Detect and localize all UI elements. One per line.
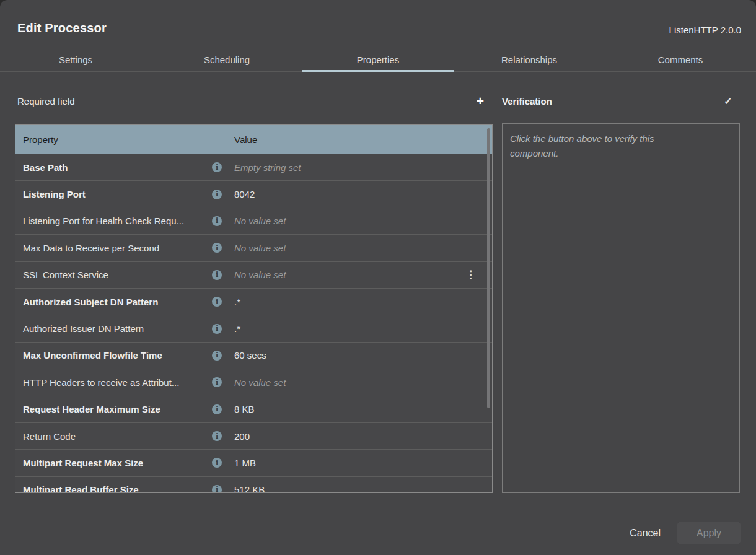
info-icon[interactable]: i — [212, 297, 222, 307]
dialog-title: Edit Processor — [17, 21, 107, 35]
table-row[interactable]: Request Header Maximum Size i 8 KB — [15, 396, 492, 423]
info-icon[interactable]: i — [212, 324, 222, 334]
table-row[interactable]: Max Data to Receive per Second i No valu… — [15, 235, 492, 261]
cancel-button[interactable]: Cancel — [630, 528, 661, 539]
edit-processor-dialog: Edit Processor ListenHTTP 2.0.0 Settings… — [0, 0, 756, 555]
property-value[interactable]: No value set — [234, 377, 286, 388]
tab-relationships[interactable]: Relationships — [454, 48, 605, 71]
verification-label: Verification — [502, 96, 552, 107]
property-value[interactable]: Empty string set — [234, 162, 301, 173]
tab-settings[interactable]: Settings — [0, 48, 151, 71]
info-icon[interactable]: i — [212, 458, 222, 468]
property-value[interactable]: .* — [234, 297, 240, 307]
properties-table-header: Property Value — [15, 125, 492, 154]
processor-type-version: ListenHTTP 2.0.0 — [669, 25, 741, 35]
property-value[interactable]: 1 MB — [234, 458, 256, 468]
table-scrollbar[interactable] — [487, 128, 490, 408]
property-value[interactable]: 8 KB — [234, 404, 255, 414]
property-value[interactable]: No value set — [234, 216, 286, 226]
column-header-property: Property — [15, 134, 234, 145]
plus-icon: + — [477, 94, 484, 108]
checkmark-icon: ✓ — [724, 95, 732, 108]
property-value[interactable]: No value set — [234, 243, 286, 253]
verification-message: Click the button above to verify this co… — [510, 131, 702, 161]
info-icon[interactable]: i — [212, 270, 222, 280]
property-value[interactable]: 8042 — [234, 189, 255, 199]
info-icon[interactable]: i — [212, 404, 222, 414]
verify-properties-button[interactable]: ✓ — [719, 92, 737, 110]
required-field-label: Required field — [17, 96, 75, 107]
info-icon[interactable]: i — [212, 351, 222, 361]
property-value[interactable]: No value set — [234, 269, 286, 280]
info-icon[interactable]: i — [212, 485, 222, 493]
tab-scheduling[interactable]: Scheduling — [151, 48, 302, 71]
info-icon[interactable]: i — [212, 377, 222, 387]
tab-comments[interactable]: Comments — [605, 48, 756, 71]
tab-bar: Settings Scheduling Properties Relations… — [0, 48, 756, 72]
properties-table: Property Value Base Path i Empty string … — [15, 124, 493, 493]
info-icon[interactable]: i — [212, 243, 222, 253]
table-row[interactable]: Base Path i Empty string set — [15, 154, 492, 181]
table-row[interactable]: Multipart Request Max Size i 1 MB — [15, 450, 492, 476]
info-icon[interactable]: i — [212, 162, 222, 172]
table-row[interactable]: Listening Port i 8042 — [15, 181, 492, 208]
dialog-footer: Cancel Apply — [630, 522, 741, 544]
info-icon[interactable]: i — [212, 431, 222, 441]
property-value[interactable]: 60 secs — [234, 350, 266, 361]
property-value[interactable]: 512 KB — [234, 484, 265, 493]
table-row[interactable]: SSL Context Service i No value set ⋮ — [15, 262, 492, 289]
row-menu-icon[interactable]: ⋮ — [465, 269, 476, 280]
add-property-button[interactable]: + — [471, 92, 490, 110]
table-row[interactable]: Multipart Read Buffer Size i 512 KB — [15, 477, 492, 493]
info-icon[interactable]: i — [212, 190, 222, 199]
table-row[interactable]: Authorized Issuer DN Pattern i .* — [15, 315, 492, 342]
table-row[interactable]: Max Unconfirmed Flowfile Time i 60 secs — [15, 343, 492, 369]
table-row[interactable]: Return Code i 200 — [15, 423, 492, 450]
table-row[interactable]: Authorized Subject DN Pattern i .* — [15, 289, 492, 315]
property-value[interactable]: .* — [234, 323, 240, 334]
tab-properties[interactable]: Properties — [302, 48, 454, 71]
table-row[interactable]: HTTP Headers to receive as Attribut... i… — [15, 369, 492, 396]
verification-panel: Click the button above to verify this co… — [502, 123, 740, 493]
column-header-value: Value — [234, 134, 257, 145]
table-row[interactable]: Listening Port for Health Check Requ... … — [15, 208, 492, 235]
info-icon[interactable]: i — [212, 216, 222, 226]
apply-button[interactable]: Apply — [677, 522, 741, 544]
property-value[interactable]: 200 — [234, 431, 250, 442]
